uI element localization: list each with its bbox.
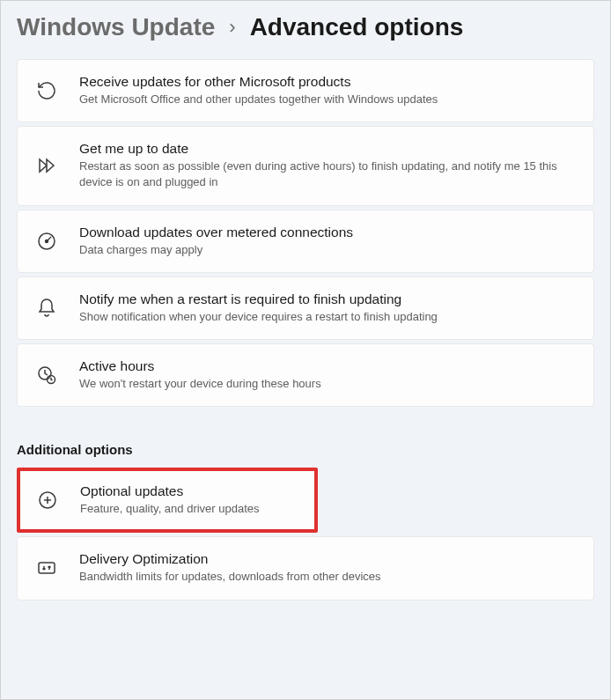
setting-desc: Restart as soon as possible (even during… <box>79 158 576 190</box>
setting-receive-updates[interactable]: Receive updates for other Microsoft prod… <box>17 59 594 122</box>
setting-desc: We won't restart your device during thes… <box>79 376 321 392</box>
setting-delivery-optimization[interactable]: Delivery Optimization Bandwidth limits f… <box>17 536 594 600</box>
setting-title: Receive updates for other Microsoft prod… <box>79 74 438 90</box>
setting-title: Notify me when a restart is required to … <box>79 291 438 307</box>
setting-desc: Feature, quality, and driver updates <box>80 501 260 517</box>
setting-notify-restart[interactable]: Notify me when a restart is required to … <box>17 276 594 340</box>
setting-desc: Show notification when your device requi… <box>79 309 438 325</box>
additional-list: Optional updates Feature, quality, and d… <box>1 468 610 600</box>
setting-desc: Bandwidth limits for updates, downloads … <box>79 569 381 585</box>
chevron-right-icon: › <box>229 16 235 39</box>
section-header-additional: Additional options <box>1 410 610 468</box>
setting-metered[interactable]: Download updates over metered connection… <box>17 210 594 273</box>
setting-title: Active hours <box>79 358 321 374</box>
setting-title: Delivery Optimization <box>79 551 381 567</box>
page-title: Advanced options <box>250 13 464 41</box>
setting-desc: Get Microsoft Office and other updates t… <box>79 92 438 107</box>
setting-title: Optional updates <box>80 483 260 499</box>
plus-circle-icon <box>36 489 59 512</box>
svg-rect-5 <box>39 563 55 573</box>
setting-title: Get me up to date <box>79 141 576 157</box>
breadcrumb: Windows Update › Advanced options <box>1 1 610 59</box>
clock-gear-icon <box>35 364 58 387</box>
setting-up-to-date[interactable]: Get me up to date Restart as soon as pos… <box>17 126 594 205</box>
download-device-icon <box>35 556 58 579</box>
history-icon <box>35 79 58 102</box>
setting-desc: Data charges may apply <box>79 242 353 258</box>
bell-icon <box>35 297 58 320</box>
breadcrumb-parent[interactable]: Windows Update <box>17 13 215 41</box>
setting-title: Download updates over metered connection… <box>79 225 353 240</box>
gauge-icon <box>35 230 58 253</box>
svg-point-1 <box>46 239 48 242</box>
settings-list: Receive updates for other Microsoft prod… <box>1 59 610 407</box>
setting-optional-updates[interactable]: Optional updates Feature, quality, and d… <box>17 468 318 533</box>
setting-active-hours[interactable]: Active hours We won't restart your devic… <box>17 343 594 407</box>
fast-forward-icon <box>35 154 58 177</box>
